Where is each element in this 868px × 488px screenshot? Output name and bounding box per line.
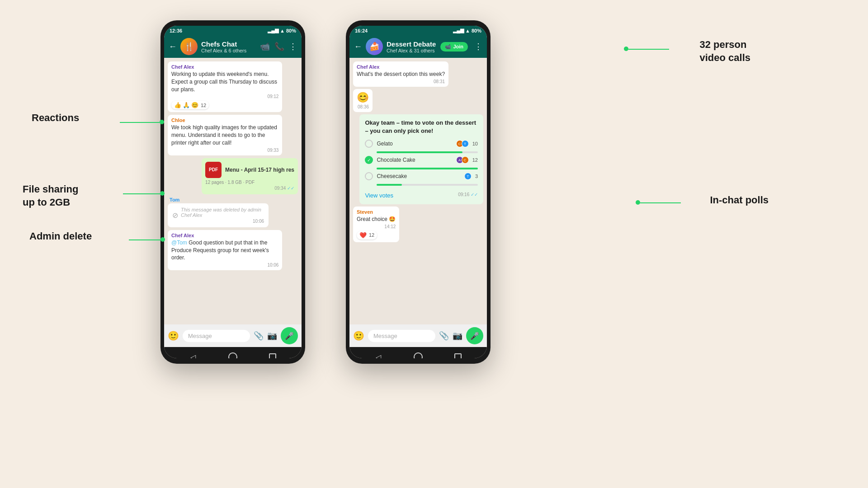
admin-delete-line: [129, 239, 160, 240]
poll-bar-bg-1: [377, 151, 478, 153]
poll-radio-2: ✓: [365, 156, 373, 164]
file-sharing-annotation: File sharing up to 2GB: [23, 183, 78, 209]
msg-time-1: 09:12: [171, 94, 278, 99]
msg-time-p2-4: 14:12: [357, 224, 396, 229]
recent-nav-2[interactable]: [453, 352, 463, 358]
msg-p2-4: Steven Great choice 🤩 14:12 ❤️ 12: [353, 206, 399, 242]
wifi-icon: ▲: [280, 28, 285, 33]
sender-5: Chef Alex: [171, 233, 278, 238]
mention: @Tom: [171, 239, 187, 246]
menu-icon-1[interactable]: ⋮: [289, 42, 297, 52]
poll-bar-fill-2: [377, 168, 478, 169]
admin-delete-annotation: Admin delete: [29, 230, 92, 242]
sender-p2-1: Chef Alex: [357, 64, 445, 70]
video-icon-1[interactable]: 📹: [260, 42, 270, 52]
view-votes-btn[interactable]: View votes: [365, 188, 393, 200]
file-sharing-line: [123, 193, 160, 194]
poll-time: 09:16 ✓✓: [458, 192, 478, 197]
emoji-button-1[interactable]: 🙂: [168, 330, 179, 341]
poll-bar-fill-1: [377, 151, 462, 153]
back-button-1[interactable]: ←: [169, 42, 177, 52]
menu-icon-2[interactable]: ⋮: [474, 42, 482, 52]
deleted-text-area: This message was deleted by admin Chef A…: [181, 207, 264, 224]
checkmarks: ✓✓: [287, 186, 294, 191]
poll-option-2: ✓ Chocolate Cake A C 12: [365, 156, 478, 169]
home-nav-1[interactable]: [227, 352, 238, 358]
reaction-smile: 😊: [191, 102, 198, 108]
home-nav-2[interactable]: [413, 352, 424, 358]
poll-option-row-2[interactable]: ✓ Chocolate Cake A C 12: [365, 156, 478, 164]
phone-2: 16:24 ▂▄▆ ▲ 80% ← 🍰 Dessert Debate Chef …: [346, 20, 491, 364]
poll-avatars-2: A C: [458, 156, 469, 164]
attach-button-1[interactable]: 📎: [254, 331, 264, 341]
poll-bar-bg-3: [377, 184, 478, 186]
back-button-2[interactable]: ←: [354, 42, 362, 52]
msg-p2-1: Chef Alex What's the dessert option this…: [353, 61, 448, 87]
reactions-annotation: Reactions: [32, 112, 79, 124]
pdf-icon: PDF: [205, 162, 222, 178]
camera-button-1[interactable]: 📷: [267, 331, 277, 341]
reaction-count-1: 12: [201, 103, 206, 108]
msg-2: Chloe We took high quality images for th…: [168, 115, 282, 155]
chat-subtitle-1: Chef Alex & 6 others: [201, 48, 256, 53]
reactions-dot: [160, 120, 164, 124]
reactions-p2-4: ❤️ 12: [357, 231, 377, 239]
poll-count-1: 10: [472, 141, 478, 146]
video-calls-annotation: 32 person video calls: [699, 38, 750, 64]
chloe-emoji: 😊: [357, 92, 369, 103]
poll-option-1: Gelato C T 10: [365, 140, 478, 153]
poll-bar-fill-3: [377, 184, 402, 186]
recent-nav-1[interactable]: [267, 352, 278, 358]
poll-avatars-1: C T: [458, 140, 469, 147]
message-input-2[interactable]: Message: [368, 330, 435, 342]
poll-option-row-3[interactable]: Cheesecake T 3: [365, 172, 478, 180]
header-info-2: Dessert Debate Chef Alex & 31 others: [387, 40, 437, 53]
back-nav-1[interactable]: ◁: [188, 352, 198, 358]
msg-p2-2: 😊 08:36: [353, 89, 373, 112]
reactions-line: [120, 122, 160, 123]
file-sharing-line2: up to 2GB: [23, 197, 70, 208]
in-chat-polls-label: In-chat polls: [710, 194, 769, 206]
deleted-msg: ⊘ This message was deleted by admin Chef…: [168, 203, 269, 227]
message-input-1[interactable]: Message: [183, 330, 250, 342]
signal-icon: ▂▄▆: [268, 28, 278, 33]
input-bar-1: 🙂 Message 📎 📷 🎤: [164, 324, 302, 347]
deleted-text: This message was deleted by admin Chef A…: [181, 207, 264, 218]
file-sharing-line1: File sharing: [23, 183, 78, 195]
battery-2: 80%: [472, 28, 481, 33]
admin-delete-dot: [160, 237, 165, 242]
join-button[interactable]: 📹 Join: [440, 42, 468, 52]
reaction-pray: 🙏: [183, 102, 190, 108]
poll-right-2: A C 12: [458, 156, 478, 164]
call-icon-1[interactable]: 📞: [274, 42, 284, 52]
recent-square-2: [454, 353, 462, 358]
poll-av-3a: T: [464, 173, 472, 180]
file-meta: 12 pages · 1.8 GB · PDF: [205, 180, 294, 185]
emoji-button-2[interactable]: 🙂: [353, 330, 364, 341]
attach-button-2[interactable]: 📎: [439, 331, 449, 341]
poll-av-2b: C: [462, 156, 469, 164]
poll-count-3: 3: [475, 174, 478, 179]
msg-text-p2-1: What's the dessert option this week?: [357, 70, 445, 78]
status-icons-2: ▂▄▆ ▲ 80%: [453, 28, 481, 33]
poll-count-2: 12: [472, 157, 478, 163]
poll-bar-bg-2: [377, 168, 478, 169]
poll-label-1: Gelato: [377, 141, 454, 147]
reaction-heart: ❤️: [359, 232, 367, 239]
deleted-sender: Tom: [168, 197, 282, 202]
poll-question: Okay team – time to vote on the dessert …: [365, 119, 478, 135]
reaction-thumbs: 👍: [174, 102, 181, 108]
poll-option-row-1[interactable]: Gelato C T 10: [365, 140, 478, 148]
msg-text-1: Working to update this weekend's menu. E…: [171, 70, 278, 93]
camera-button-2[interactable]: 📷: [453, 331, 462, 341]
msg-text-2: We took high quality images for the upda…: [171, 124, 278, 146]
home-circle-1: [228, 352, 237, 358]
msg-time-5: 10:06: [171, 263, 278, 267]
header-icons-1: 📹 📞 ⋮: [260, 42, 297, 52]
poll-av-1b: T: [462, 140, 469, 147]
mic-button-2[interactable]: 🎤: [466, 327, 483, 344]
mic-button-1[interactable]: 🎤: [281, 327, 298, 344]
battery-1: 80%: [286, 28, 296, 33]
back-nav-2[interactable]: ◁: [373, 352, 384, 358]
sender-2: Chloe: [171, 117, 278, 123]
